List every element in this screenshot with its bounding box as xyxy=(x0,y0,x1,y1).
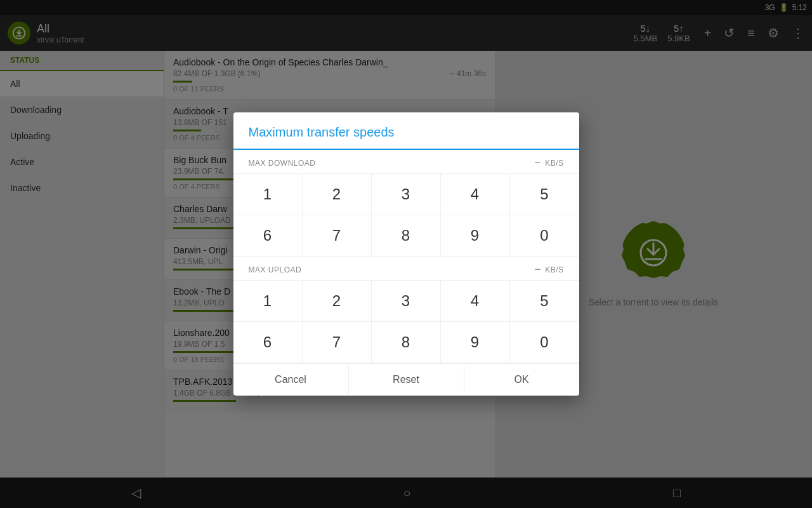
numpad-1[interactable]: 1 xyxy=(233,174,303,215)
download-unit: KB/S xyxy=(545,159,563,168)
upload-numpad: 1 2 3 4 5 6 7 8 9 0 xyxy=(233,280,579,363)
upload-numpad-4[interactable]: 4 xyxy=(441,281,510,322)
numpad-9[interactable]: 9 xyxy=(441,215,510,257)
max-upload-label: MAX UPLOAD − KB/S xyxy=(233,257,579,280)
dialog-title: Maximum transfer speeds xyxy=(233,112,579,150)
download-label-text: MAX DOWNLOAD xyxy=(249,159,316,168)
download-numpad: 1 2 3 4 5 6 7 8 9 0 xyxy=(233,173,579,257)
numpad-5[interactable]: 5 xyxy=(510,174,579,215)
upload-label-text: MAX UPLOAD xyxy=(249,265,302,274)
numpad-7[interactable]: 7 xyxy=(303,215,372,257)
download-minus-button[interactable]: − xyxy=(534,156,541,170)
numpad-6[interactable]: 6 xyxy=(233,215,303,257)
upload-numpad-2[interactable]: 2 xyxy=(303,281,372,322)
upload-numpad-8[interactable]: 8 xyxy=(372,322,441,363)
ok-button[interactable]: OK xyxy=(464,364,579,396)
upload-numpad-1[interactable]: 1 xyxy=(233,281,303,322)
reset-button[interactable]: Reset xyxy=(349,364,464,396)
upload-numpad-0[interactable]: 0 xyxy=(510,322,579,363)
modal-overlay: Maximum transfer speeds MAX DOWNLOAD − K… xyxy=(0,0,812,508)
upload-numpad-9[interactable]: 9 xyxy=(441,322,510,363)
numpad-3[interactable]: 3 xyxy=(372,174,441,215)
numpad-8[interactable]: 8 xyxy=(372,215,441,257)
max-download-label: MAX DOWNLOAD − KB/S xyxy=(233,150,579,173)
dialog-actions: Cancel Reset OK xyxy=(233,363,579,396)
transfer-speeds-dialog: Maximum transfer speeds MAX DOWNLOAD − K… xyxy=(233,112,579,396)
upload-numpad-6[interactable]: 6 xyxy=(233,322,303,363)
upload-minus-button[interactable]: − xyxy=(534,263,541,276)
numpad-0[interactable]: 0 xyxy=(510,215,579,257)
numpad-2[interactable]: 2 xyxy=(303,174,372,215)
upload-numpad-7[interactable]: 7 xyxy=(303,322,372,363)
cancel-button[interactable]: Cancel xyxy=(233,364,349,396)
upload-numpad-3[interactable]: 3 xyxy=(372,281,441,322)
numpad-4[interactable]: 4 xyxy=(441,174,510,215)
upload-unit: KB/S xyxy=(545,265,563,274)
upload-numpad-5[interactable]: 5 xyxy=(510,281,579,322)
